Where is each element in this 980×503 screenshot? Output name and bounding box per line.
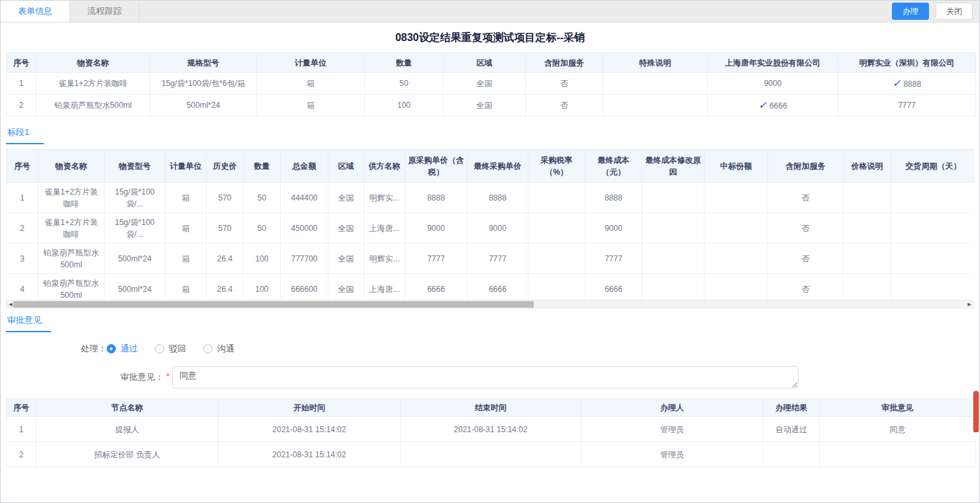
table-cell: 777700 [281, 244, 328, 274]
table-cell: 自动通过 [763, 417, 820, 442]
radio-checked-icon[interactable] [107, 344, 116, 353]
column-header: 物资型号 [105, 150, 166, 183]
table-cell: 6666 [585, 274, 642, 300]
winner-check-icon: ✓ [893, 77, 901, 89]
table-cell: 2 [7, 213, 38, 244]
table-cell: 450000 [281, 213, 328, 244]
column-header: 特殊说明 [603, 53, 708, 73]
table-cell: 50 [244, 183, 281, 213]
horizontal-scrollbar-thumb[interactable] [13, 301, 534, 308]
table-cell: 15g/袋*100袋/包*6包/箱 [150, 73, 257, 95]
table-row: 2 雀巢1+2方片装咖啡 15g/袋*100袋/... 箱 570 50 450… [7, 213, 975, 244]
table-row: 3 铂泉葫芦瓶型水500ml 500ml*24 箱 26.4 100 77770… [7, 244, 975, 274]
table-cell: 8888 [585, 183, 642, 213]
tab-process-track[interactable]: 流程跟踪 [70, 1, 140, 22]
column-header: 办理结果 [763, 399, 820, 417]
table-cell: 雀巢1+2方片装咖啡 [38, 213, 105, 244]
radio-option-communicate[interactable]: 沟通 [203, 343, 234, 355]
table-cell [844, 274, 891, 300]
table-cell [844, 244, 891, 274]
table-cell: 50 [365, 73, 444, 95]
process-row: 处理： 通过 驳回 沟通 [81, 343, 974, 355]
table-cell: 2 [7, 442, 36, 467]
radio-label[interactable]: 通过 [121, 343, 138, 355]
column-header-supplier-tangnian: 上海唐年实业股份有限公司 [708, 53, 838, 73]
approval-form: 处理： 通过 驳回 沟通 审批意见： * 同意 [6, 343, 974, 389]
opinion-label: 审批意见： [6, 366, 164, 383]
radio-option-reject[interactable]: 驳回 [155, 343, 186, 355]
tab-approval-opinion[interactable]: 审批意见 [6, 314, 51, 332]
quote-value: 7777 [898, 101, 916, 110]
column-header: 区域 [328, 150, 364, 183]
process-button[interactable]: 办理 [892, 3, 929, 20]
flow-history-table: 序号 节点名称 开始时间 结束时间 办理人 办理结果 审批意见 1 提报人 20… [6, 398, 976, 467]
column-header: 数量 [244, 150, 281, 183]
column-header: 结束时间 [401, 399, 581, 417]
table-cell: 全国 [444, 73, 526, 95]
table-cell [891, 213, 975, 244]
column-header: 历史价 [207, 150, 244, 183]
table-cell: 否 [768, 213, 844, 244]
radio-label[interactable]: 驳回 [169, 343, 186, 355]
history-price-link[interactable]: 570 [207, 183, 244, 213]
supplier-quote-cell: 7777 [838, 95, 976, 116]
table-cell: 铂泉葫芦瓶型水500ml [38, 244, 105, 274]
table-cell [820, 442, 976, 467]
table-cell: 4 [7, 274, 38, 300]
page-title: 0830设定结果重复项测试项目定标--采销 [6, 31, 974, 45]
table-cell: 全国 [444, 95, 526, 116]
table-cell: 招标定价部 负责人 [36, 442, 219, 467]
table-cell: 箱 [166, 274, 207, 300]
radio-option-approve[interactable]: 通过 [107, 343, 138, 355]
radio-unchecked-icon[interactable] [155, 344, 164, 353]
table-cell: 箱 [166, 244, 207, 274]
column-header: 节点名称 [36, 399, 219, 417]
horizontal-scrollbar[interactable]: ◀ ▶ [6, 300, 974, 308]
summary-header-row: 序号 物资名称 规格型号 计量单位 数量 区域 含附加服务 特殊说明 上海唐年实… [7, 53, 976, 73]
column-header: 价格说明 [844, 150, 891, 183]
radio-label[interactable]: 沟通 [217, 343, 234, 355]
table-cell: 雀巢1+2方片装咖啡 [38, 183, 105, 213]
history-price-link[interactable]: 26.4 [207, 244, 244, 274]
quote-value: 9000 [764, 79, 782, 88]
table-cell [891, 274, 975, 300]
table-cell: 7777 [467, 244, 528, 274]
flow-header-row: 序号 节点名称 开始时间 结束时间 办理人 办理结果 审批意见 [7, 399, 976, 417]
table-cell: 明辉实... [364, 244, 405, 274]
table-cell [642, 183, 705, 213]
table-row: 1 雀巢1+2方片装咖啡 15g/袋*100袋/... 箱 570 50 444… [7, 183, 975, 213]
scroll-right-icon[interactable]: ▶ [965, 300, 973, 308]
column-header: 最终成本修改原因 [642, 150, 705, 183]
table-row: 1 雀巢1+2方片装咖啡 15g/袋*100袋/包*6包/箱 箱 50 全国 否… [7, 73, 976, 95]
opinion-row: 审批意见： * 同意 [6, 366, 974, 389]
opinion-textarea[interactable]: 同意 [172, 366, 799, 389]
table-cell [891, 183, 975, 213]
table-cell: 1 [7, 183, 38, 213]
table-cell: 明辉实... [364, 183, 405, 213]
tab-lot-1[interactable]: 标段1 [6, 126, 44, 144]
table-row: 2 招标定价部 负责人 2021-08-31 15:14:02 管理员 [7, 442, 976, 467]
table-cell: 444400 [281, 183, 328, 213]
table-cell: 否 [768, 244, 844, 274]
close-button[interactable]: 关闭 [936, 3, 973, 20]
table-cell: 同意 [820, 417, 976, 442]
tab-form-info[interactable]: 表单信息 [1, 1, 70, 22]
supplier-quote-cell: ✓8888 [838, 73, 976, 95]
table-cell: 箱 [166, 213, 207, 244]
radio-unchecked-icon[interactable] [203, 344, 213, 353]
table-cell: 否 [526, 95, 603, 116]
history-price-link[interactable]: 570 [207, 213, 244, 244]
table-cell: 9000 [467, 213, 528, 244]
history-price-link[interactable]: 26.4 [207, 274, 244, 300]
table-cell: 箱 [166, 183, 207, 213]
vertical-scrollbar-thumb[interactable] [973, 391, 979, 432]
table-cell: 7777 [585, 244, 642, 274]
column-header: 中标份额 [705, 150, 768, 183]
table-cell: 否 [768, 274, 844, 300]
column-header: 区域 [444, 53, 526, 73]
table-cell: 666600 [281, 274, 328, 300]
table-cell: 8888 [467, 183, 528, 213]
lot-table-viewport: 序号 物资名称 物资型号 计量单位 历史价 数量 总金额 区域 供方名称 原采购… [6, 149, 974, 300]
table-cell: 50 [244, 213, 281, 244]
table-cell: 2 [7, 95, 36, 116]
